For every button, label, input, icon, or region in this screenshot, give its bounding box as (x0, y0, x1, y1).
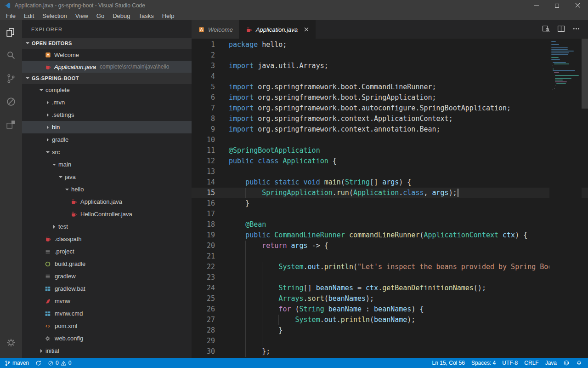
tree-item[interactable]: complete (22, 84, 192, 96)
language-mode[interactable]: Java (542, 358, 560, 368)
activity-bar-item-search[interactable] (0, 45, 22, 68)
tree-item[interactable]: hello (22, 183, 192, 196)
tree-item[interactable]: mvnw.cmd (22, 307, 192, 320)
warning-icon (61, 360, 67, 366)
close-window-button[interactable] (567, 0, 588, 11)
activity-bar-item-source-control[interactable] (0, 68, 22, 91)
tree-item[interactable]: build.gradle (22, 258, 192, 270)
open-editor-item[interactable]: Welcome (22, 49, 192, 61)
menu-item-tasks[interactable]: Tasks (134, 12, 158, 19)
minimap-line (551, 47, 568, 48)
minimize-button[interactable] (526, 0, 547, 11)
code-line[interactable]: 29 (192, 336, 588, 346)
code-line[interactable]: 1package hello; (192, 40, 588, 50)
feedback-button[interactable] (560, 358, 573, 368)
code-line[interactable]: 14 public static void main(String[] args… (192, 177, 588, 188)
menu-item-edit[interactable]: Edit (20, 12, 38, 19)
activity-bar-item-debug[interactable] (0, 91, 22, 114)
menu-item-debug[interactable]: Debug (108, 12, 134, 19)
code-line[interactable]: 9import org.springframework.context.anno… (192, 124, 588, 135)
tree-item[interactable]: HelloController.java (22, 208, 192, 220)
minimap-line (549, 67, 582, 68)
tree-item[interactable]: test (22, 220, 192, 233)
tree-item[interactable]: main (22, 158, 192, 171)
maximize-button[interactable] (547, 0, 567, 11)
split-editor-icon[interactable] (557, 24, 565, 35)
code-line[interactable]: 28 } (192, 325, 588, 336)
code-line[interactable]: 19 public CommandLineRunner commandLineR… (192, 230, 588, 241)
editor-scrollbar[interactable] (582, 39, 588, 358)
menu-item-help[interactable]: Help (158, 12, 179, 19)
cursor-position[interactable]: Ln 15, Col 56 (429, 358, 468, 368)
tree-item[interactable]: initial (22, 345, 192, 357)
minimap[interactable] (549, 39, 582, 358)
code-line[interactable]: 7import org.springframework.boot.autocon… (192, 103, 588, 114)
indentation-status[interactable]: Spaces: 4 (468, 358, 499, 368)
code-line[interactable]: 3import java.util.Arrays; (192, 61, 588, 71)
close-icon[interactable] (304, 27, 309, 32)
more-actions-icon[interactable] (572, 24, 581, 35)
branch-status[interactable]: maven (0, 358, 32, 368)
menu-item-selection[interactable]: Selection (38, 12, 71, 19)
code-line[interactable]: 30 }; (192, 346, 588, 357)
code-editor[interactable]: 1package hello;23import java.util.Arrays… (192, 39, 588, 358)
code-line[interactable]: 22 System.out.println("Let's inspect the… (192, 262, 588, 272)
folder-section-header[interactable]: GS-SPRING-BOOT (22, 73, 192, 84)
activity-bar-item-extensions[interactable] (0, 114, 22, 137)
editor-area: WelcomeApplication.java 1package hello;2… (192, 20, 588, 358)
open-editor-item[interactable]: Application.javacomplete\src\main\java\h… (22, 61, 192, 73)
code-line[interactable]: 8import org.springframework.context.Appl… (192, 114, 588, 124)
code-line[interactable]: 17 (192, 209, 588, 219)
code-line[interactable]: 4 (192, 71, 588, 82)
tree-item[interactable]: mvnw (22, 295, 192, 307)
tree-item[interactable]: .classpath (22, 233, 192, 245)
code-line[interactable]: 26 for (String beanName : beanNames) { (192, 304, 588, 315)
code-line[interactable]: 20 return args -> { (192, 241, 588, 251)
activity-bar-item-explorer[interactable] (0, 22, 22, 45)
eol-status[interactable]: CRLF (521, 358, 542, 368)
code-line[interactable]: 11@SpringBootApplication (192, 145, 588, 156)
code-line[interactable]: 16 } (192, 198, 588, 209)
code-line[interactable]: 6import org.springframework.boot.SpringA… (192, 92, 588, 103)
tree-item[interactable]: gradle (22, 133, 192, 146)
tree-item[interactable]: Application.java (22, 196, 192, 208)
code-line[interactable]: 21 (192, 251, 588, 262)
sync-button[interactable] (32, 358, 45, 368)
tree-item[interactable]: pom.xml (22, 320, 192, 332)
code-line[interactable]: 5import org.springframework.boot.Command… (192, 82, 588, 92)
activity-bar-item-settings[interactable] (0, 332, 22, 355)
tree-item[interactable]: web.config (22, 332, 192, 345)
code-line[interactable]: 24 String[] beanNames = ctx.getBeanDefin… (192, 283, 588, 293)
editor-tab[interactable]: Application.java (239, 20, 316, 39)
tree-item[interactable]: gradlew (22, 270, 192, 282)
scrollbar-thumb[interactable] (582, 39, 588, 109)
indent-guide (245, 315, 246, 325)
encoding-status[interactable]: UTF-8 (499, 358, 521, 368)
code-line[interactable]: 18 @Bean (192, 219, 588, 230)
tree-item[interactable]: .settings (22, 109, 192, 121)
notifications-button[interactable] (573, 358, 585, 368)
code-line[interactable]: 13 (192, 167, 588, 177)
tree-item[interactable]: java (22, 171, 192, 183)
code-line[interactable]: 25 Arrays.sort(beanNames); (192, 293, 588, 304)
menu-item-file[interactable]: File (2, 12, 20, 19)
problems-status[interactable]: 00 (45, 358, 74, 368)
code-line[interactable]: 31 } (192, 357, 588, 358)
code-line[interactable]: 2 (192, 50, 588, 61)
tree-item[interactable]: .project (22, 245, 192, 258)
open-preview-icon[interactable] (542, 24, 550, 35)
code-line[interactable]: 15 SpringApplication.run(Application.cla… (192, 188, 588, 198)
menu-item-go[interactable]: Go (92, 12, 108, 19)
indent-guide (262, 336, 262, 346)
tree-item[interactable]: .mvn (22, 96, 192, 109)
open-editors-header[interactable]: OPEN EDITORS (22, 38, 192, 49)
tree-item[interactable]: bin (22, 121, 192, 133)
editor-tab[interactable]: Welcome (192, 20, 239, 39)
tree-item[interactable]: src (22, 146, 192, 158)
code-line[interactable]: 12public class Application { (192, 156, 588, 167)
tree-item[interactable]: gradlew.bat (22, 282, 192, 295)
menu-item-view[interactable]: View (71, 12, 92, 19)
code-line[interactable]: 27 System.out.println(beanName); (192, 315, 588, 325)
code-line[interactable]: 23 (192, 272, 588, 283)
code-line[interactable]: 10 (192, 135, 588, 145)
